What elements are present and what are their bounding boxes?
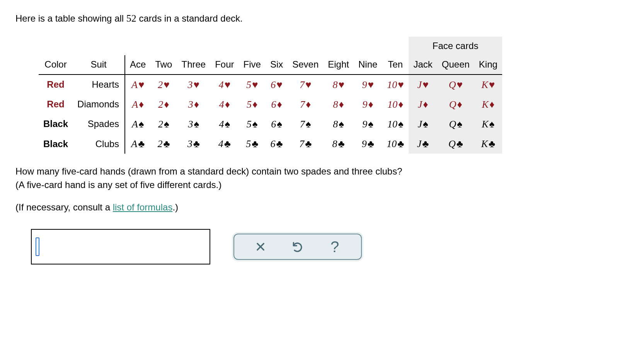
card-cell: 5♣ [239, 134, 266, 154]
question-line-2: (A five-card hand is any set of five dif… [15, 179, 629, 191]
column-rank: Queen [437, 55, 474, 74]
card-cell: 2♣ [150, 134, 177, 154]
card-cell: 8♦ [323, 95, 354, 114]
face-cards-header: Face cards [409, 37, 502, 55]
question-icon: ? [331, 239, 339, 254]
color-cell: Red [39, 95, 73, 114]
card-cell: 4♠ [210, 114, 239, 134]
card-cell: 9♣ [354, 134, 382, 154]
color-cell: Black [39, 114, 73, 134]
card-cell: 8♠ [323, 114, 354, 134]
card-cell: 6♥ [266, 75, 288, 95]
card-cell: 5♦ [239, 95, 266, 114]
suit-cell: Hearts [73, 75, 125, 95]
column-rank: Ace [125, 55, 150, 74]
intro-suffix: cards in a standard deck. [136, 13, 243, 24]
undo-icon [291, 241, 304, 253]
card-cell: Q♠ [437, 114, 474, 134]
answer-toolbar: ? [233, 234, 362, 260]
card-cell: A♣ [125, 134, 150, 154]
card-cell: K♣ [474, 134, 502, 154]
card-cell: J♥ [409, 75, 437, 95]
card-cell: Q♦ [437, 95, 474, 114]
card-cell: 5♥ [239, 75, 266, 95]
column-rank: Seven [288, 55, 323, 74]
column-rank: Six [266, 55, 288, 74]
card-cell: 9♥ [354, 75, 382, 95]
card-cell: 6♣ [266, 134, 288, 154]
card-cell: K♥ [474, 75, 502, 95]
question-line-1: How many five-card hands (drawn from a s… [15, 165, 629, 178]
card-cell: A♠ [125, 114, 150, 134]
card-cell: K♦ [474, 95, 502, 114]
column-rank: King [474, 55, 502, 74]
card-cell: 9♦ [354, 95, 382, 114]
card-cell: 3♦ [177, 95, 210, 114]
text-cursor [36, 237, 39, 256]
answer-input[interactable] [31, 229, 210, 264]
intro-prefix: Here is a table showing all [15, 13, 126, 24]
suit-cell: Diamonds [73, 95, 125, 114]
card-cell: 4♣ [210, 134, 239, 154]
column-rank: Ten [382, 55, 409, 74]
column-rank: Jack [409, 55, 437, 74]
card-cell: 7♦ [288, 95, 323, 114]
card-cell: 7♣ [288, 134, 323, 154]
card-cell: 7♥ [288, 75, 323, 95]
help-button[interactable]: ? [328, 240, 342, 254]
card-cell: 3♥ [177, 75, 210, 95]
column-color: Color [39, 55, 73, 74]
card-cell: 10♦ [382, 95, 409, 114]
card-cell: 10♠ [382, 114, 409, 134]
card-cell: A♦ [125, 95, 150, 114]
card-cell: 6♦ [266, 95, 288, 114]
card-cell: K♠ [474, 114, 502, 134]
answer-row: ? [31, 229, 629, 264]
card-cell: 6♠ [266, 114, 288, 134]
close-icon [255, 241, 266, 252]
card-cell: J♣ [409, 134, 437, 154]
card-cell: A♥ [125, 75, 150, 95]
card-cell: J♦ [409, 95, 437, 114]
card-cell: 2♦ [150, 95, 177, 114]
color-cell: Black [39, 134, 73, 154]
suit-cell: Clubs [73, 134, 125, 154]
card-cell: 5♠ [239, 114, 266, 134]
column-rank: Three [177, 55, 210, 74]
card-cell: 10♣ [382, 134, 409, 154]
table-row: RedDiamondsA♦2♦3♦4♦5♦6♦7♦8♦9♦10♦J♦Q♦K♦ [39, 95, 502, 114]
reset-button[interactable] [291, 240, 305, 254]
column-rank: Eight [323, 55, 354, 74]
column-suit: Suit [73, 55, 125, 74]
table-row: BlackSpadesA♠2♠3♠4♠5♠6♠7♠8♠9♠10♠J♠Q♠K♠ [39, 114, 502, 134]
hint-text: (If necessary, consult a list of formula… [15, 201, 629, 214]
formulas-link[interactable]: list of formulas [113, 202, 173, 212]
column-rank: Two [150, 55, 177, 74]
card-cell: 9♠ [354, 114, 382, 134]
card-cell: 7♠ [288, 114, 323, 134]
card-cell: 8♥ [323, 75, 354, 95]
card-cell: 2♠ [150, 114, 177, 134]
card-cell: 3♣ [177, 134, 210, 154]
hint-prefix: (If necessary, consult a [15, 202, 113, 212]
cards-table: Face cards Color Suit AceTwoThreeFourFiv… [39, 37, 502, 154]
table-row: BlackClubsA♣2♣3♣4♣5♣6♣7♣8♣9♣10♣J♣Q♣K♣ [39, 134, 502, 154]
suit-cell: Spades [73, 114, 125, 134]
column-header-row: Color Suit AceTwoThreeFourFiveSixSevenEi… [39, 55, 502, 74]
card-cell: Q♣ [437, 134, 474, 154]
card-cell: Q♥ [437, 75, 474, 95]
clear-button[interactable] [254, 240, 267, 254]
card-cell: 8♣ [323, 134, 354, 154]
intro-text: Here is a table showing all 52 cards in … [15, 12, 629, 25]
card-cell: 4♦ [210, 95, 239, 114]
column-rank: Nine [354, 55, 382, 74]
color-cell: Red [39, 75, 73, 95]
column-rank: Five [239, 55, 266, 74]
cards-table-body: RedHeartsA♥2♥3♥4♥5♥6♥7♥8♥9♥10♥J♥Q♥K♥RedD… [39, 75, 502, 154]
card-cell: 4♥ [210, 75, 239, 95]
card-cell: J♠ [409, 114, 437, 134]
hint-suffix: .) [172, 202, 178, 212]
card-cell: 3♠ [177, 114, 210, 134]
card-cell: 10♥ [382, 75, 409, 95]
card-cell: 2♥ [150, 75, 177, 95]
